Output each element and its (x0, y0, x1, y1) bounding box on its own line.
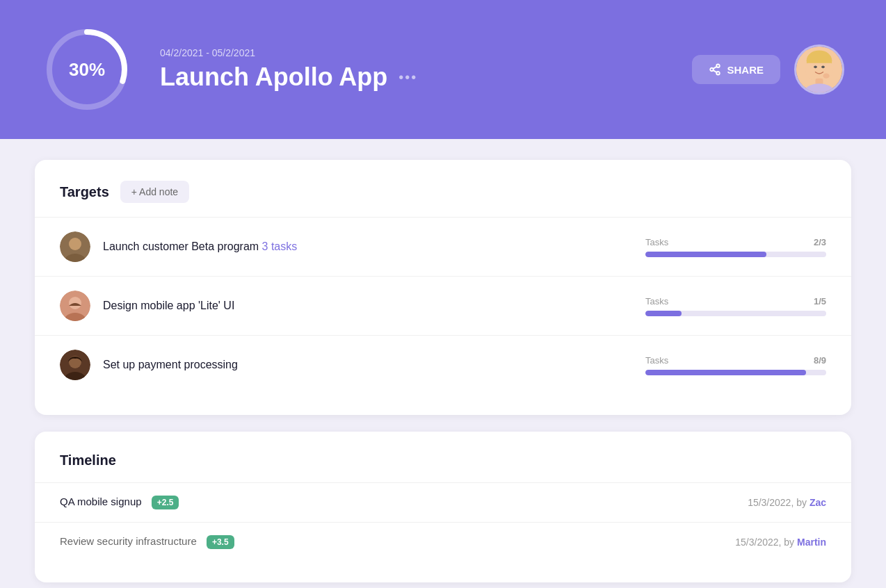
timeline-row: QA mobile signup +2.5 15/3/2022, by Zac (35, 482, 851, 522)
timeline-item-name-1: QA mobile signup +2.5 (60, 496, 748, 509)
header-info: 04/2/2021 - 05/2/2021 Launch Apollo App … (160, 47, 692, 92)
target-avatar-1 (60, 231, 90, 262)
timeline-title: Timeline (60, 452, 116, 468)
timeline-header: Timeline (35, 452, 851, 482)
main-content: Targets + Add note Launch customer Beta … (0, 139, 886, 588)
avatar-2-svg (60, 291, 90, 321)
tasks-count-1: 2/3 (814, 237, 826, 247)
tasks-count-3: 8/9 (814, 355, 826, 366)
tasks-label-3: Tasks (645, 355, 668, 366)
timeline-date-1: 15/3/2022, by Zac (748, 497, 826, 508)
targets-card: Targets + Add note Launch customer Beta … (35, 160, 851, 415)
svg-point-12 (821, 66, 825, 69)
svg-point-15 (823, 74, 830, 79)
add-note-button[interactable]: + Add note (120, 181, 189, 203)
share-icon (709, 63, 721, 76)
avatar[interactable] (794, 44, 844, 95)
avatar-image (796, 47, 842, 92)
target-row: Design mobile app 'Lite' UI Tasks 1/5 (35, 276, 851, 335)
tasks-count-2: 1/5 (814, 296, 826, 307)
target-name-2: Design mobile app 'Lite' UI (103, 300, 645, 312)
timeline-badge-1: +2.5 (152, 496, 179, 509)
target-name-1: Launch customer Beta program 3 tasks (103, 240, 645, 253)
target-tasks-1: Tasks 2/3 (645, 237, 826, 257)
progress-fill-2 (645, 311, 682, 316)
target-row: Set up payment processing Tasks 8/9 (35, 335, 851, 394)
page-title: Launch Apollo App (160, 63, 387, 92)
share-label: SHARE (727, 64, 764, 76)
progress-fill-3 (645, 370, 806, 375)
progress-circle: 30% (42, 24, 132, 115)
svg-line-5 (714, 70, 717, 72)
progress-track-3 (645, 370, 826, 375)
page-header: 30% 04/2/2021 - 05/2/2021 Launch Apollo … (0, 0, 886, 139)
share-button[interactable]: SHARE (692, 55, 780, 84)
svg-point-11 (814, 66, 817, 69)
targets-title: Targets (60, 184, 109, 200)
timeline-item-name-2: Review security infrastructure +3.5 (60, 535, 735, 549)
more-options-button[interactable]: ••• (398, 70, 417, 85)
target-avatar-3 (60, 350, 90, 380)
progress-label: 30% (69, 59, 105, 81)
avatar-svg (796, 44, 842, 95)
timeline-date-2: 15/3/2022, by Martin (735, 537, 826, 548)
progress-fill-1 (645, 252, 766, 257)
target-tasks-3: Tasks 8/9 (645, 355, 826, 375)
header-date: 04/2/2021 - 05/2/2021 (160, 47, 692, 58)
timeline-row: Review security infrastructure +3.5 15/3… (35, 522, 851, 562)
timeline-card: Timeline QA mobile signup +2.5 15/3/2022… (35, 432, 851, 582)
progress-track-2 (645, 311, 826, 316)
avatar-1-svg (60, 231, 90, 262)
target-tasks-link-1[interactable]: 3 tasks (262, 240, 298, 252)
tasks-label-1: Tasks (645, 237, 668, 247)
target-name-3: Set up payment processing (103, 359, 645, 371)
target-avatar-2 (60, 291, 90, 321)
target-tasks-2: Tasks 1/5 (645, 296, 826, 316)
svg-point-17 (69, 238, 81, 250)
avatar-3-svg (60, 350, 90, 380)
targets-header: Targets + Add note (35, 181, 851, 217)
timeline-badge-2: +3.5 (207, 535, 234, 549)
target-row: Launch customer Beta program 3 tasks Tas… (35, 217, 851, 276)
progress-track-1 (645, 252, 826, 257)
svg-line-6 (714, 67, 717, 69)
tasks-label-2: Tasks (645, 296, 668, 307)
